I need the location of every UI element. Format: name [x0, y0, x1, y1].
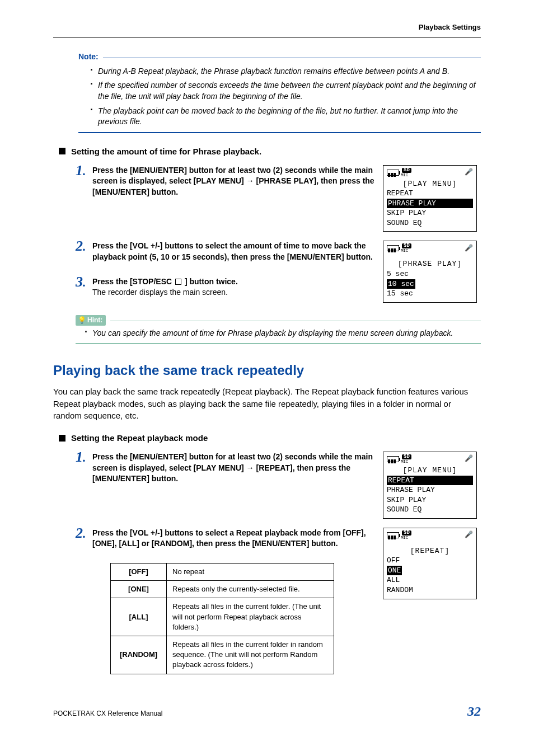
lcd-line: 5 sec — [387, 269, 473, 279]
lcd-line: ALL — [387, 575, 473, 585]
square-bullet-icon — [59, 435, 65, 442]
repeat-subheading: Setting the Repeat playback mode — [59, 432, 481, 444]
mode-cell: [ONE] — [111, 581, 167, 598]
lcd-line: REPEAT — [387, 189, 473, 199]
note-item: During A-B Repeat playback, the Phrase p… — [90, 66, 481, 77]
footer: POCKETRAK CX Reference Manual 32 — [53, 702, 481, 721]
hint-list: You can specify the amount of time for P… — [53, 328, 481, 339]
desc-cell: Repeats all files in the current folder … — [167, 636, 334, 674]
phrase-step-1: 1 Press the [MENU/ENTER] button for at l… — [76, 165, 376, 198]
step-number: 1 — [76, 161, 86, 181]
lcd-line-selected: ONE — [387, 566, 473, 576]
step-text: Press the [MENU/ENTER] button for at lea… — [92, 166, 374, 196]
desc-cell: No repeat — [167, 564, 334, 581]
table-row: [ONE] Repeats only the currently-selecte… — [111, 581, 334, 598]
table-row: [ALL] Repeats all files in the current f… — [111, 598, 334, 636]
battery-icon — [387, 245, 399, 251]
page-number: 32 — [467, 702, 481, 721]
repeat-heading-text: Setting the Repeat playback mode — [71, 432, 208, 444]
step-text: Press the [MENU/ENTER] button for at lea… — [92, 452, 373, 483]
repeat-step-2: 2 Press the [VOL +/-] buttons to select … — [76, 528, 376, 550]
microphone-icon: 🎤 — [465, 244, 473, 253]
stop-icon — [175, 279, 181, 285]
repeat-intro: You can play back the same track repeate… — [53, 386, 481, 422]
hint-header: 💡Hint: — [76, 315, 481, 326]
phrase-step-2: 2 Press the [VOL +/-] buttons to select … — [76, 241, 376, 262]
step-number: 2 — [76, 236, 86, 256]
phrase-subheading: Setting the amount of time for Phrase pl… — [59, 145, 481, 157]
lcd-line: SKIP PLAY — [387, 208, 473, 218]
sd-mic-icon: SD MIC — [401, 530, 411, 540]
mode-cell: [OFF] — [111, 564, 167, 581]
table-row: [OFF] No repeat — [111, 564, 334, 581]
phrase-step-3: 3 Press the [STOP/ESC ] button twice. Th… — [76, 276, 376, 298]
lcd-screen-repeat: SD MIC 🎤 [REPEAT] OFF ONE ALL RANDOM — [383, 528, 477, 599]
mode-cell: [ALL] — [111, 598, 167, 636]
lcd-title: [REPEAT] — [387, 546, 473, 556]
lcd-line-selected: 10 sec — [387, 279, 473, 289]
mode-cell: [RANDOM] — [111, 636, 167, 674]
sd-mic-icon: SD MIC — [401, 168, 411, 177]
lcd-line: 15 sec — [387, 289, 473, 299]
repeat-title: Playing back the same track repeatedly — [53, 361, 481, 380]
microphone-icon: 🎤 — [465, 168, 473, 177]
repeat-step-1: 1 Press the [MENU/ENTER] button for at l… — [76, 452, 376, 485]
repeat-modes-table: [OFF] No repeat [ONE] Repeats only the c… — [110, 563, 334, 674]
footer-text: POCKETRAK CX Reference Manual — [53, 709, 162, 719]
header-rule — [53, 37, 481, 37]
battery-icon — [387, 170, 399, 176]
lcd-title: [PLAY MENU] — [387, 179, 473, 189]
lcd-screen-play-menu-repeat: SD MIC 🎤 [PLAY MENU] REPEAT PHRASE PLAY … — [383, 452, 477, 519]
hint-line — [110, 321, 481, 321]
step-number: 3 — [76, 272, 86, 292]
lcd-line: SKIP PLAY — [387, 495, 473, 505]
microphone-icon: 🎤 — [465, 454, 473, 464]
lcd-line: SOUND EQ — [387, 218, 473, 228]
lcd-line: PHRASE PLAY — [387, 485, 473, 495]
header-section: Playback Settings — [53, 22, 481, 32]
table-row: [RANDOM] Repeats all files in the curren… — [111, 636, 334, 674]
note-item: The playback point can be moved back to … — [90, 106, 481, 128]
sd-mic-icon: SD MIC — [401, 454, 411, 464]
note-item: If the specified number of seconds excee… — [90, 80, 481, 102]
square-bullet-icon — [59, 148, 65, 154]
step-plain: The recorder displays the main screen. — [92, 288, 228, 297]
lcd-title: [PLAY MENU] — [387, 466, 473, 476]
lcd-line-selected: PHRASE PLAY — [387, 199, 473, 209]
step-text: Press the [STOP/ESC ] button twice. — [92, 277, 238, 286]
lcd-line: OFF — [387, 556, 473, 566]
desc-cell: Repeats only the currently-selected file… — [167, 581, 334, 598]
step-number: 2 — [76, 523, 86, 543]
hint-badge: 💡Hint: — [76, 315, 106, 326]
step-text: Press the [VOL +/-] buttons to select a … — [92, 528, 366, 548]
lcd-line: SOUND EQ — [387, 505, 473, 515]
battery-icon — [387, 456, 399, 462]
step-text: Press the [VOL +/-] buttons to select th… — [92, 241, 373, 261]
phrase-heading-text: Setting the amount of time for Phrase pl… — [71, 145, 261, 157]
hint-end-rule — [76, 343, 481, 344]
note-end-rule — [78, 132, 481, 133]
sd-mic-icon: SD MIC — [401, 243, 411, 253]
desc-cell: Repeats all files in the current folder.… — [167, 598, 334, 636]
note-header: Note: — [78, 51, 481, 63]
lcd-line: RANDOM — [387, 585, 473, 595]
lcd-title: [PHRASE PLAY] — [387, 259, 473, 269]
battery-icon — [387, 532, 399, 538]
lcd-line-selected: REPEAT — [387, 476, 473, 486]
lcd-screen-phrase-play: SD MIC 🎤 [PHRASE PLAY] 5 sec 10 sec 15 s… — [383, 241, 477, 302]
note-list: During A-B Repeat playback, the Phrase p… — [53, 66, 481, 128]
microphone-icon: 🎤 — [465, 530, 473, 540]
note-label: Note: — [78, 51, 99, 63]
lcd-screen-play-menu: SD MIC 🎤 [PLAY MENU] REPEAT PHRASE PLAY … — [383, 165, 477, 232]
step-number: 1 — [76, 447, 86, 467]
note-line — [103, 58, 481, 58]
hint-item: You can specify the amount of time for P… — [85, 328, 481, 339]
